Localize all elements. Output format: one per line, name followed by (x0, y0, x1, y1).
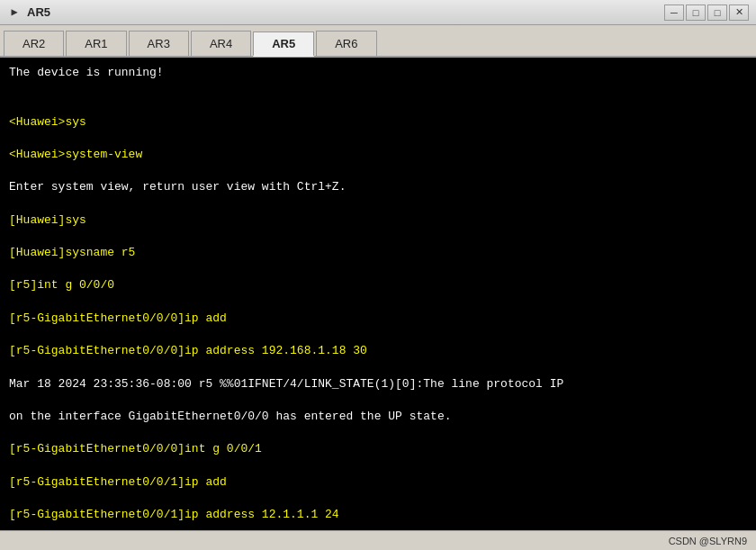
terminal-line: <Huawei>system-view (9, 147, 747, 163)
app-icon: ▶ (7, 5, 22, 20)
terminal-line: [r5-GigabitEthernet0/0/0]int g 0/0/1 (9, 441, 747, 457)
tab-bar: AR2 AR1 AR3 AR4 AR5 AR6 (0, 25, 756, 58)
tab-ar1[interactable]: AR1 (66, 31, 126, 56)
terminal-line: Enter system view, return user view with… (9, 179, 747, 195)
maximize-button[interactable]: □ (707, 5, 727, 21)
terminal-line: on the interface GigabitEthernet0/0/0 ha… (9, 409, 747, 425)
window-controls: ─ □ □ ✕ (664, 5, 749, 21)
title-bar: ▶ AR5 ─ □ □ ✕ (0, 0, 756, 25)
restore-button[interactable]: □ (686, 5, 706, 21)
terminal-line: [r5-GigabitEthernet0/0/0]ip add (9, 311, 747, 327)
terminal-line: [Huawei]sys (9, 212, 747, 229)
tab-ar5[interactable]: AR5 (253, 32, 314, 57)
terminal-line: Mar 18 2024 23:35:36-08:00 r5 %%01IFNET/… (9, 376, 747, 392)
terminal-line: The device is running! (9, 65, 747, 81)
tab-ar4[interactable]: AR4 (191, 31, 251, 56)
terminal-line: [r5-GigabitEthernet0/0/0]ip address 192.… (9, 343, 747, 359)
terminal-line: [r5-GigabitEthernet0/0/1]ip add (9, 474, 747, 491)
terminal-line: [r5-GigabitEthernet0/0/1]ip address 12.1… (9, 507, 747, 523)
minimize-button[interactable]: ─ (664, 5, 684, 21)
status-bar: CSDN @SLYRN9 (0, 530, 756, 550)
title-bar-left: ▶ AR5 (7, 5, 50, 20)
tab-ar6[interactable]: AR6 (316, 31, 376, 56)
tab-ar3[interactable]: AR3 (129, 31, 189, 56)
tab-ar2[interactable]: AR2 (4, 31, 64, 56)
status-text: CSDN @SLYRN9 (669, 536, 747, 546)
terminal-line: <Huawei>sys (9, 114, 747, 131)
terminal-output: The device is running! <Huawei>sys <Huaw… (0, 58, 756, 530)
close-button[interactable]: ✕ (729, 5, 749, 21)
terminal-line: [r5]int g 0/0/0 (9, 277, 747, 293)
window-title: AR5 (27, 5, 50, 19)
terminal-line: [Huawei]sysname r5 (9, 245, 747, 261)
